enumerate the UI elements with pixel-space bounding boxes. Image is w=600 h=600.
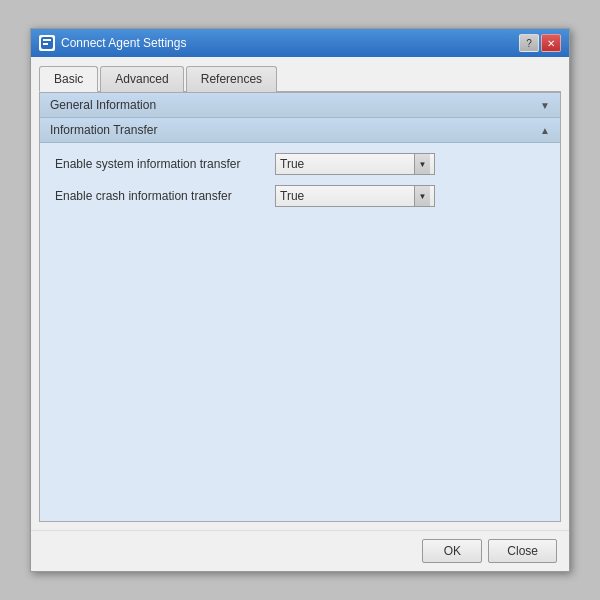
content-area: General Information ▼ Information Transf… [39,92,561,522]
window-close-button[interactable]: ✕ [541,34,561,52]
section-general-information[interactable]: General Information ▼ [40,93,560,118]
field-select-system-info-arrow[interactable]: ▼ [414,154,430,174]
section-information-transfer-arrow: ▲ [540,125,550,136]
dialog-window: Connect Agent Settings ? ✕ Basic Advance… [30,28,570,572]
title-bar: Connect Agent Settings ? ✕ [31,29,569,57]
title-bar-buttons: ? ✕ [519,34,561,52]
field-select-crash-info-arrow[interactable]: ▼ [414,186,430,206]
field-select-system-info-value: True [280,157,414,171]
section-general-information-label: General Information [50,98,156,112]
field-select-system-info[interactable]: True ▼ [275,153,435,175]
tab-references[interactable]: References [186,66,277,92]
field-row-system-info: Enable system information transfer True … [55,153,545,175]
section-information-transfer[interactable]: Information Transfer ▲ [40,118,560,143]
title-bar-left: Connect Agent Settings [39,35,186,51]
tabs-container: Basic Advanced References [39,65,561,92]
dialog-body: Basic Advanced References General Inform… [31,57,569,530]
ok-button[interactable]: OK [422,539,482,563]
tab-basic[interactable]: Basic [39,66,98,92]
close-button[interactable]: Close [488,539,557,563]
section-general-information-arrow: ▼ [540,100,550,111]
field-label-system-info: Enable system information transfer [55,157,275,171]
section-content: Enable system information transfer True … [40,143,560,227]
field-select-crash-info[interactable]: True ▼ [275,185,435,207]
tab-advanced[interactable]: Advanced [100,66,183,92]
svg-rect-2 [43,43,48,45]
dialog-footer: OK Close [31,530,569,571]
help-button[interactable]: ? [519,34,539,52]
field-select-crash-info-value: True [280,189,414,203]
svg-rect-1 [43,39,51,41]
section-information-transfer-label: Information Transfer [50,123,157,137]
app-icon [39,35,55,51]
field-row-crash-info: Enable crash information transfer True ▼ [55,185,545,207]
window-title: Connect Agent Settings [61,36,186,50]
field-label-crash-info: Enable crash information transfer [55,189,275,203]
